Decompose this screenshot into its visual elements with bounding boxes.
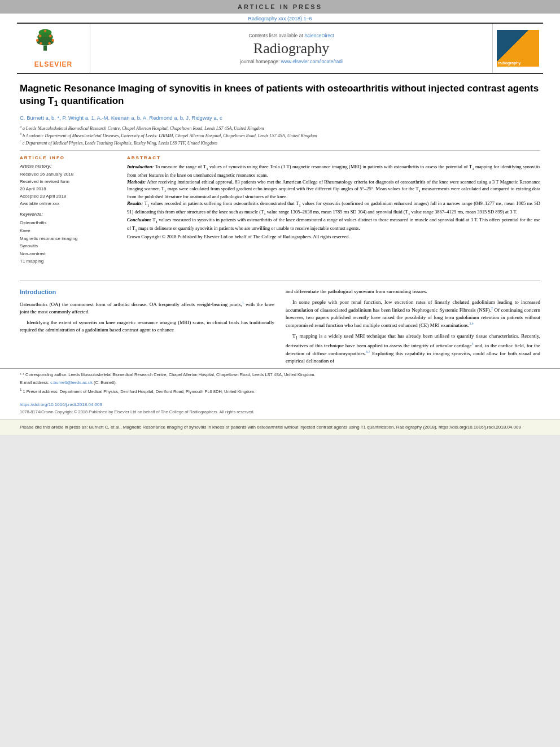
keyword-1: Knee bbox=[20, 227, 116, 235]
article-history-label: Article history: bbox=[20, 164, 116, 169]
conclusion-text: T1 values measured in synovitis in patie… bbox=[127, 217, 540, 231]
present-address-label: 1 Present address: bbox=[23, 389, 59, 394]
svg-point-6 bbox=[36, 39, 38, 42]
journal-title: Radiography bbox=[253, 40, 329, 57]
homepage-url[interactable]: www.elsevier.com/locate/radi bbox=[281, 59, 343, 64]
sciencedirect-label: Contents lists available at bbox=[248, 33, 303, 38]
email-label: E-mail address: bbox=[20, 380, 49, 385]
accepted-date: Accepted 23 April 2018 bbox=[20, 193, 116, 200]
article-title-suffix: quantification bbox=[58, 95, 124, 106]
email-note: E-mail address: c.burnett@leeds.ac.uk (C… bbox=[20, 380, 540, 386]
abstract-results: Results: T1 values recorded in patients … bbox=[127, 200, 540, 217]
footnotes-area: * * Corresponding author. Leeds Musculos… bbox=[0, 368, 560, 400]
keyword-4: Non-contrast bbox=[20, 250, 116, 258]
revised-date: 20 April 2018 bbox=[20, 186, 116, 193]
sciencedirect-line: Contents lists available at ScienceDirec… bbox=[248, 33, 334, 38]
intro-label: Introduction: bbox=[127, 164, 154, 169]
aip-banner-text: ARTICLE IN PRESS bbox=[238, 3, 322, 10]
present-address-note: 1 1 Present address: Department of Medic… bbox=[20, 387, 540, 395]
svg-point-10 bbox=[44, 30, 46, 32]
email-name: (C. Burnett). bbox=[94, 380, 117, 385]
elsevier-logo-area: ELSEVIER bbox=[17, 24, 90, 73]
keywords-list: Osteoarthritis Knee Magnetic resonance i… bbox=[20, 219, 116, 265]
intro-text: To measure the range of T1 values of syn… bbox=[127, 164, 540, 178]
conclusion-label: Conclusion: bbox=[127, 217, 151, 222]
doi-link[interactable]: https://doi.org/10.1016/j.radi.2018.04.0… bbox=[20, 402, 540, 407]
received-date: Received 16 January 2018 bbox=[20, 171, 116, 178]
svg-point-7 bbox=[51, 39, 54, 42]
crown-copyright: Crown Copyright © 2018 Published by Else… bbox=[127, 234, 540, 241]
svg-point-9 bbox=[48, 42, 51, 45]
keyword-2: Magnetic resonance imaging bbox=[20, 235, 116, 243]
affiliations: a a Leeds Musculoskeletal Biomedical Res… bbox=[20, 124, 540, 146]
body-para-2: Identifying the extent of synovitis on k… bbox=[20, 319, 274, 334]
affiliation-a: a a Leeds Musculoskeletal Biomedical Res… bbox=[20, 124, 540, 132]
corresponding-author-text: * Corresponding author. Leeds Musculoske… bbox=[23, 372, 316, 377]
aip-banner: ARTICLE IN PRESS bbox=[0, 0, 560, 14]
homepage-label: journal homepage: bbox=[240, 59, 279, 64]
body-para-5: T1 mapping is a widely used MRI techniqu… bbox=[286, 333, 540, 365]
journal-ref-text: Radiography xxx (2018) 1–6 bbox=[248, 16, 312, 21]
journal-homepage: journal homepage: www.elsevier.com/locat… bbox=[240, 59, 343, 64]
body-col-right: and differentiate the pathological synov… bbox=[286, 288, 540, 368]
authors-line: C. Burnett a, b, *, P. Wright a, 1, A.-M… bbox=[20, 115, 540, 121]
present-address-text: Department of Medical Physics, Derriford… bbox=[60, 389, 256, 394]
affiliation-c: c c Department of Medical Physics, Leeds… bbox=[20, 139, 540, 146]
radiography-logo-text: radiography bbox=[497, 60, 522, 67]
journal-header: ELSEVIER Contents lists available at Sci… bbox=[17, 23, 543, 74]
authors-text: C. Burnett a, b, *, P. Wright a, 1, A.-M… bbox=[20, 115, 222, 121]
results-text: T1 values recorded in patients suffering… bbox=[127, 200, 540, 215]
svg-point-5 bbox=[49, 34, 51, 37]
body-para-3: and differentiate the pathological synov… bbox=[286, 288, 540, 295]
article-history-dates: Received 16 January 2018 Received in rev… bbox=[20, 171, 116, 207]
svg-rect-0 bbox=[43, 46, 46, 51]
article-content: Magnetic Resonance Imaging of synovitis … bbox=[0, 74, 560, 274]
sciencedirect-link[interactable]: ScienceDirect bbox=[304, 33, 334, 38]
journal-center: Contents lists available at ScienceDirec… bbox=[90, 24, 492, 73]
info-abstract-section: ARTICLE INFO Article history: Received 1… bbox=[20, 150, 540, 265]
keyword-0: Osteoarthritis bbox=[20, 219, 116, 227]
corresponding-author-note: * * Corresponding author. Leeds Musculos… bbox=[20, 372, 540, 378]
intro-heading: Introduction bbox=[20, 288, 274, 297]
received-revised-label: Received in revised form bbox=[20, 178, 116, 186]
section-divider bbox=[20, 281, 540, 281]
body-col-left: Introduction Osteoarthritis (OA) the com… bbox=[20, 288, 274, 368]
footnote-sup-1: 1 bbox=[20, 387, 21, 391]
abstract-methods: Methods: After receiving institutional e… bbox=[127, 179, 540, 200]
svg-point-3 bbox=[36, 37, 54, 45]
svg-point-8 bbox=[40, 42, 42, 45]
elsevier-tree-icon bbox=[25, 28, 65, 52]
available-online: Available online xxx bbox=[20, 200, 116, 208]
methods-label: Methods: bbox=[127, 179, 146, 185]
journal-ref: Radiography xxx (2018) 1–6 bbox=[0, 14, 560, 23]
keywords-label: Keywords: bbox=[20, 212, 116, 217]
abstract-intro: Introduction: To measure the range of T1… bbox=[127, 164, 540, 178]
body-content: Introduction Osteoarthritis (OA) the com… bbox=[0, 288, 560, 368]
svg-point-4 bbox=[38, 34, 41, 37]
email-address[interactable]: c.burnett@leeds.ac.uk bbox=[50, 380, 93, 385]
body-para-4: In some people with poor renal function,… bbox=[286, 299, 540, 329]
keyword-3: Synovitis bbox=[20, 242, 116, 250]
radiography-logo-box: radiography bbox=[497, 30, 539, 67]
page-wrapper: ARTICLE IN PRESS Radiography xxx (2018) … bbox=[0, 0, 560, 435]
article-title: Magnetic Resonance Imaging of synovitis … bbox=[20, 82, 540, 109]
elsevier-label: ELSEVIER bbox=[34, 60, 72, 68]
citation-text: Please cite this article in press as: Bu… bbox=[20, 425, 521, 430]
results-label: Results: bbox=[127, 200, 143, 206]
copyright-line: 1078-8174/Crown Copyright © 2018 Publish… bbox=[20, 409, 540, 414]
keyword-5: T1 mapping bbox=[20, 257, 116, 265]
radiography-logo-area: radiography bbox=[492, 24, 543, 73]
article-info-heading: ARTICLE INFO bbox=[20, 155, 116, 160]
article-info-column: ARTICLE INFO Article history: Received 1… bbox=[20, 155, 116, 265]
methods-text: After receiving institutional ethical ap… bbox=[127, 179, 540, 199]
abstract-conclusion: Conclusion: T1 values measured in synovi… bbox=[127, 217, 540, 233]
citation-bar: Please cite this article in press as: Bu… bbox=[0, 419, 560, 435]
affiliation-b: b b Academic Department of Musculoskelet… bbox=[20, 132, 540, 139]
body-para-1: Osteoarthritis (OA) the commonest form o… bbox=[20, 300, 274, 316]
abstract-heading: ABSTRACT bbox=[127, 155, 540, 160]
abstract-column: ABSTRACT Introduction: To measure the ra… bbox=[127, 155, 540, 265]
elsevier-logo bbox=[25, 28, 82, 59]
abstract-text: Introduction: To measure the range of T1… bbox=[127, 164, 540, 240]
